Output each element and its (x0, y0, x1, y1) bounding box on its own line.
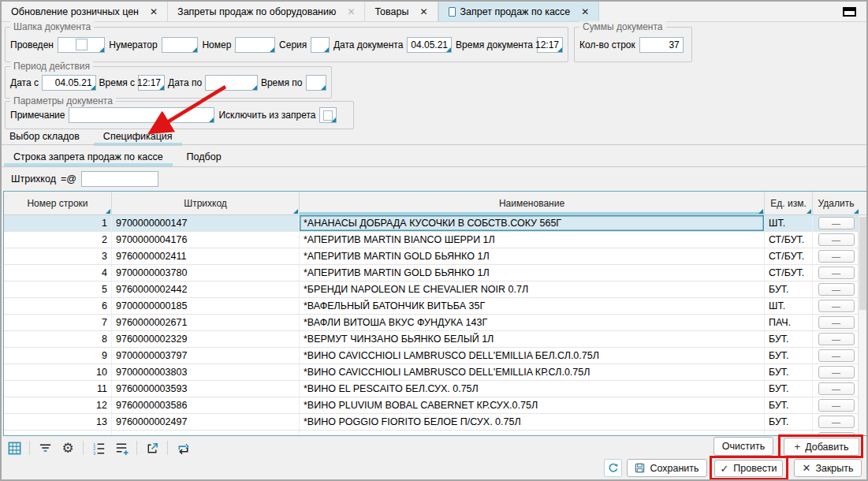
close-button[interactable]: ✕ Закрыть (794, 459, 862, 477)
delete-row-button[interactable]: — (818, 416, 855, 428)
delete-row-button[interactable]: — (818, 333, 855, 345)
row-number-cell[interactable]: 2 (4, 232, 112, 248)
row-number-cell[interactable]: 8 (4, 331, 112, 347)
tab-close-icon[interactable]: ✕ (419, 6, 427, 17)
delete-row-button[interactable]: — (818, 382, 855, 395)
unit-cell[interactable]: БУТ. (765, 348, 813, 364)
name-cell[interactable]: *АПЕРИТИВ MARTIN GOLD БЬЯНКО 1Л (300, 248, 765, 264)
row-number-cell[interactable]: 6 (4, 298, 112, 314)
doc-date-field[interactable]: 04.05.21 (407, 37, 452, 53)
unit-cell[interactable]: ПАЧ. (765, 315, 813, 330)
row-number-cell[interactable]: 7 (4, 315, 112, 330)
barcode-cell[interactable]: 9760000002442 (112, 282, 300, 297)
table-row[interactable]: 9 9700000003797 *ВИНО CAVICCHIOLI LAMBRU… (4, 348, 867, 364)
window-tab[interactable]: Запреты продаж по оборудованию ✕ (168, 2, 365, 21)
tab-close-icon[interactable]: ✕ (150, 6, 158, 17)
barcode-cell[interactable]: 9700000003797 (112, 348, 300, 364)
delete-row-button[interactable]: — (818, 349, 855, 362)
barcode-cell[interactable]: 9700000000147 (112, 215, 300, 231)
barcode-filter-input[interactable] (81, 171, 158, 187)
row-number-cell[interactable] (4, 431, 112, 436)
time-to-field[interactable] (306, 75, 327, 91)
barcode-cell[interactable]: 9760000003586 (112, 397, 300, 413)
row-number-cell[interactable]: 13 (4, 414, 112, 430)
time-from-field[interactable]: 12:17 (138, 75, 165, 91)
numbered-list-icon[interactable]: 123 (91, 440, 106, 456)
filter-icon[interactable] (37, 440, 53, 456)
unit-cell[interactable]: ШТ. (765, 215, 813, 231)
name-cell[interactable]: *ВАФЕЛЬНЫЙ БАТОНЧИК ВИТЬБА 35Г (300, 298, 765, 314)
column-header[interactable]: Наименование (300, 192, 765, 214)
row-number-cell[interactable]: 9 (4, 348, 112, 364)
delete-row-button[interactable]: — (818, 300, 855, 312)
name-cell[interactable]: *БРЕНДИ NAPOLEON LE CHEVALIER NOIR 0.7Л (300, 282, 765, 297)
table-row[interactable]: 12 9760000003586 *ВИНО PLUVIUM BOBAL CAB… (4, 397, 867, 414)
table-row[interactable]: 5 9760000002442 *БРЕНДИ NAPOLEON LE CHEV… (4, 282, 867, 298)
post-button[interactable]: ✓ Провести (714, 460, 783, 477)
tab-спецификация[interactable]: Спецификация (102, 129, 174, 144)
barcode-cell[interactable]: 9760000002671 (112, 315, 300, 330)
name-cell[interactable]: *ВИНО EL PESCAITO БЕЛ.СУХ. 0.75Л (300, 381, 765, 397)
window-maximize-icon[interactable] (843, 7, 856, 17)
posted-field[interactable] (58, 37, 105, 53)
unit-cell[interactable] (765, 431, 813, 436)
note-field[interactable] (69, 107, 214, 123)
row-number-cell[interactable]: 5 (4, 282, 112, 297)
barcode-cell[interactable]: 9700000003780 (112, 265, 300, 281)
row-number-cell[interactable]: 1 (4, 215, 112, 231)
delete-row-button[interactable]: — (818, 267, 855, 279)
tab-close-icon[interactable]: ✕ (347, 6, 355, 17)
table-row[interactable]: 6 9700000000185 *ВАФЕЛЬНЫЙ БАТОНЧИК ВИТЬ… (4, 298, 867, 315)
window-tab[interactable]: Товары ✕ (365, 2, 438, 21)
date-from-field[interactable]: 04.05.21 (42, 75, 96, 91)
unit-cell[interactable]: БУТ. (765, 414, 813, 430)
window-tab[interactable]: Обновление розничных цен ✕ (2, 2, 168, 21)
unit-cell[interactable]: СТ/БУТ. (765, 265, 813, 281)
barcode-cell[interactable] (112, 431, 300, 436)
delete-row-button[interactable]: — (818, 366, 855, 378)
refresh-loop-icon[interactable] (175, 440, 191, 456)
row-number-cell[interactable]: 10 (4, 364, 112, 380)
row-number-cell[interactable]: 3 (4, 248, 112, 264)
barcode-cell[interactable]: 9700000004176 (112, 232, 300, 248)
unit-cell[interactable]: СТ/БУТ. (765, 248, 813, 264)
name-cell[interactable]: *ВИНО CAVICCHIOLI LAMBRUSCO DELL'EMILLIA… (300, 348, 765, 364)
table-row[interactable]: 8 9760000002329 *ВЕРМУТ ЧИНЗАНО БЬЯНКО Б… (4, 331, 867, 348)
subtab-строка-запрета-продаж-по-кассе[interactable]: Строка запрета продаж по кассе (12, 150, 165, 164)
add-rows-icon[interactable] (114, 440, 129, 456)
delete-row-button[interactable]: — (818, 217, 855, 229)
table-row[interactable]: — (4, 431, 867, 436)
exclude-from-ban-field[interactable] (319, 107, 337, 123)
name-cell[interactable]: *АПЕРИТИВ MARTIN BIANCO ШЕРРИ 1Л (300, 232, 765, 248)
open-external-icon[interactable] (144, 440, 160, 456)
name-cell[interactable]: *АНАНАСЫ ДОБРАДА КУСОЧКИ В СОБСТВ.СОКУ 5… (300, 215, 765, 231)
delete-row-button[interactable]: — (818, 233, 855, 246)
tab-close-icon[interactable]: ✕ (581, 6, 589, 17)
save-button[interactable]: Сохранить (627, 459, 707, 477)
clear-button[interactable]: Очистить (713, 437, 773, 456)
table-row[interactable]: 3 9760000002411 *АПЕРИТИВ MARTIN GOLD БЬ… (4, 248, 867, 265)
refresh-button[interactable] (604, 459, 622, 477)
name-cell[interactable]: *АПЕРИТИВ MARTIN GOLD БЬЯНКО 1Л (300, 265, 765, 281)
table-row[interactable]: 11 9760000003593 *ВИНО EL PESCAITO БЕЛ.С… (4, 381, 867, 397)
name-cell[interactable]: *ВЕРМУТ ЧИНЗАНО БЬЯНКО БЕЛЫЙ 1Л (300, 331, 765, 347)
unit-cell[interactable]: БУТ. (765, 397, 813, 413)
name-cell[interactable]: *ВИНО CAVICCHIOLI LAMBRUSCO DELL'EMILLIA… (300, 364, 765, 380)
row-number-cell[interactable]: 11 (4, 381, 112, 397)
exclude-from-ban-checkbox[interactable] (323, 110, 333, 121)
delete-row-button[interactable]: — (818, 250, 855, 263)
table-row[interactable]: 13 9760000002497 *ВИНО POGGIO FIORITO БЕ… (4, 414, 867, 431)
column-header[interactable]: Номер строки (4, 192, 112, 214)
window-tab[interactable]: Запрет продаж по кассе ✕ (438, 2, 600, 21)
row-number-cell[interactable]: 12 (4, 397, 112, 413)
delete-row-button[interactable]: — (818, 316, 855, 329)
date-to-field[interactable] (205, 75, 258, 91)
settings-gear-icon[interactable]: ⚙ (60, 440, 76, 456)
table-row[interactable]: 7 9760000002671 *ВАФЛИ ВИТОША ВКУС ФУНДУ… (4, 315, 867, 331)
barcode-cell[interactable]: 9700000000185 (112, 298, 300, 314)
table-grid-icon[interactable] (6, 440, 22, 456)
barcode-cell[interactable]: 9760000002497 (112, 414, 300, 430)
unit-cell[interactable]: ШТ. (765, 298, 813, 314)
unit-cell[interactable]: БУТ. (765, 331, 813, 347)
table-row[interactable]: 2 9700000004176 *АПЕРИТИВ MARTIN BIANCO … (4, 232, 867, 248)
